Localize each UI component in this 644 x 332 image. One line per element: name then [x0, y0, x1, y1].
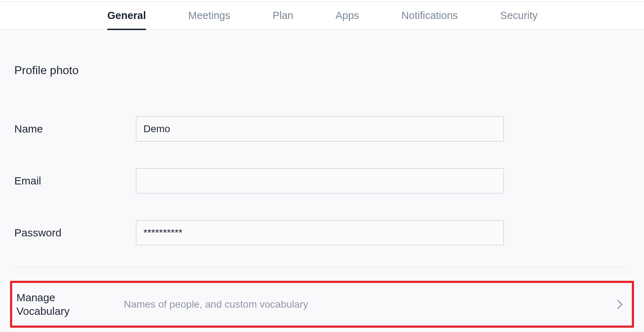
divider: [14, 267, 630, 267]
password-label: Password: [14, 227, 136, 239]
tab-general[interactable]: General: [107, 2, 146, 29]
tab-plan[interactable]: Plan: [273, 2, 293, 29]
email-row: Email: [14, 168, 630, 193]
content-area: Profile photo Name Email Password Manage…: [0, 30, 644, 332]
manage-vocabulary-title: Manage Vocabulary: [12, 291, 119, 318]
tab-meetings[interactable]: Meetings: [188, 2, 230, 29]
name-label: Name: [14, 123, 136, 135]
password-row: Password: [14, 220, 630, 245]
manage-vocabulary-title-line2: Vocabulary: [16, 305, 69, 317]
manage-vocabulary-row[interactable]: Manage Vocabulary Names of people, and c…: [10, 281, 634, 328]
tab-notifications[interactable]: Notifications: [401, 2, 458, 29]
name-row: Name: [14, 116, 630, 141]
name-input[interactable]: [136, 116, 504, 141]
profile-photo-heading: Profile photo: [14, 64, 630, 77]
email-input[interactable]: [136, 168, 504, 193]
chevron-right-icon: [613, 297, 627, 312]
tab-apps[interactable]: Apps: [336, 2, 359, 29]
email-label: Email: [14, 175, 136, 187]
tab-security[interactable]: Security: [500, 2, 538, 29]
settings-tabs: General Meetings Plan Apps Notifications…: [0, 2, 644, 30]
password-input[interactable]: [136, 220, 504, 245]
manage-vocabulary-title-line1: Manage: [16, 292, 55, 303]
manage-vocabulary-description: Names of people, and custom vocabulary: [119, 299, 613, 310]
